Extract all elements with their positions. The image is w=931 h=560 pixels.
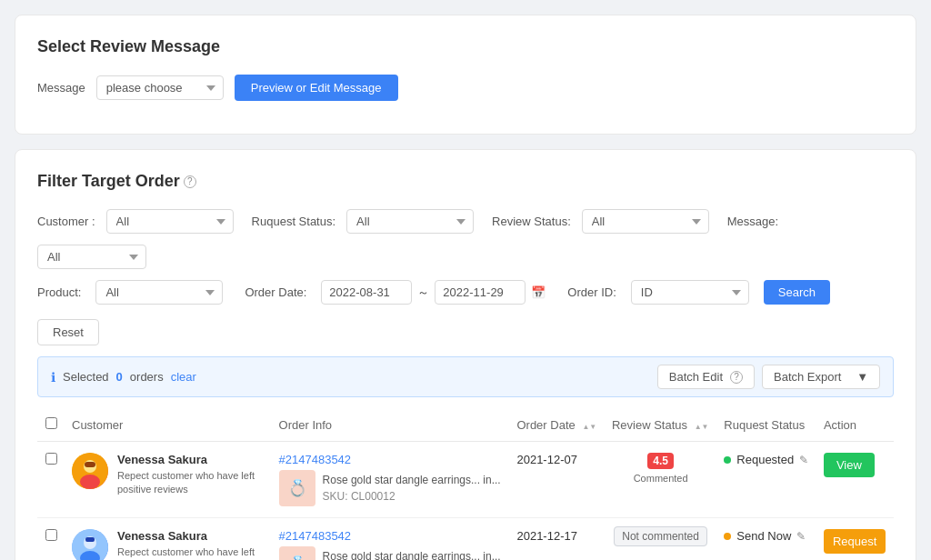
help-icon[interactable]: ? <box>184 175 196 188</box>
order-date-header: Order Date ▲▼ <box>509 408 604 442</box>
review-status-cell: Not commented <box>605 518 716 561</box>
request-status-select[interactable]: All <box>346 209 474 234</box>
order-date-cell: 2021-12-07 <box>509 442 604 518</box>
request-button[interactable]: Request <box>824 529 886 554</box>
select-all-checkbox[interactable] <box>45 417 57 429</box>
filter-row-1: Customer : All Ruquest Status: All Revie… <box>37 209 894 269</box>
order-info: #2147483542 💍 Rose gold star dangle earr… <box>279 453 503 506</box>
product-label: Product: <box>37 285 81 299</box>
product-sku: SKU: CL00012 <box>323 490 501 503</box>
batch-export-dropdown[interactable]: Batch Export ▼ <box>762 365 880 389</box>
request-status-cell: Requested ✎ <box>716 442 816 518</box>
order-date-cell: 2021-12-17 <box>509 518 604 561</box>
customer-info: Venessa Sakura Repect customer who have … <box>72 529 265 560</box>
clear-link[interactable]: clear <box>171 370 196 384</box>
request-status-cell: Send Now ✎ <box>716 518 816 561</box>
table-row: Venessa Sakura Repect customer who have … <box>37 442 894 518</box>
svg-point-2 <box>80 475 100 489</box>
order-date-label: Order Date: <box>245 285 306 299</box>
search-button[interactable]: Search <box>764 280 830 305</box>
avatar <box>72 453 108 489</box>
message-filter-label: Message: <box>727 215 778 228</box>
product-thumbnail: 💍 <box>279 470 315 506</box>
date-separator: ～ <box>417 285 429 301</box>
customer-name: Venessa Sakura <box>117 529 263 543</box>
date-from-input[interactable] <box>321 280 412 305</box>
order-number[interactable]: #2147483542 <box>279 529 503 543</box>
view-button[interactable]: View <box>824 453 875 477</box>
review-status-label: Review Status: <box>492 215 571 228</box>
commented-label: Commented <box>612 473 709 484</box>
customer-label: Customer : <box>37 215 95 228</box>
row-checkbox[interactable] <box>45 453 57 465</box>
orders-text: orders <box>130 370 164 384</box>
row-checkbox[interactable] <box>45 529 57 541</box>
order-number[interactable]: #2147483542 <box>279 453 503 466</box>
date-to-input[interactable] <box>435 280 526 305</box>
request-status: Send Now ✎ <box>724 529 809 543</box>
review-score-badge: 4.5 <box>647 453 674 469</box>
section2-title: Filter Target Order <box>37 172 180 191</box>
select-review-message-card: Select Review Message Message please cho… <box>15 15 916 135</box>
review-status-select[interactable]: All <box>582 209 709 234</box>
action-cell: View <box>816 442 894 518</box>
batch-actions: Batch Edit ? Batch Export ▼ <box>657 365 880 389</box>
request-status-label: Ruquest Status: <box>252 215 336 228</box>
filter-row-2: Product: All Order Date: ～ 📅 Order ID: I… <box>37 280 894 345</box>
selected-bar: ℹ Selected 0 orders clear Batch Edit ? B… <box>37 356 894 397</box>
calendar-icon[interactable]: 📅 <box>531 285 546 299</box>
selected-count: 0 <box>116 370 123 384</box>
request-status: Requested ✎ <box>724 453 809 466</box>
batch-edit-help-icon[interactable]: ? <box>730 371 743 384</box>
not-commented-badge: Not commented <box>614 526 707 546</box>
message-form-row: Message please choose Preview or Edit Me… <box>37 75 894 101</box>
orders-table: Customer Order Info Order Date ▲▼ Review… <box>37 408 894 560</box>
review-status-header: Review Status ▲▼ <box>605 408 716 442</box>
message-select[interactable]: please choose <box>96 75 224 100</box>
action-cell: Request <box>816 518 894 561</box>
customer-cell: Venessa Sakura Repect customer who have … <box>65 442 272 518</box>
svg-rect-3 <box>85 462 95 467</box>
customer-tag: Repect customer who have left negative r… <box>117 545 263 560</box>
info-icon: ℹ <box>51 370 55 385</box>
edit-icon[interactable]: ✎ <box>796 530 806 543</box>
status-dot <box>724 456 731 464</box>
table-row: Venessa Sakura Repect customer who have … <box>37 518 894 561</box>
product-description: Rose gold star dangle earrings... in... <box>323 550 501 560</box>
reset-button[interactable]: Reset <box>37 319 99 345</box>
date-range: ～ 📅 <box>321 280 546 305</box>
product-thumbnail: 💍 <box>279 546 315 560</box>
order-info-cell: #2147483542 💍 Rose gold star dangle earr… <box>272 518 510 561</box>
checkbox-all-header[interactable] <box>37 408 65 442</box>
message-label: Message <box>37 81 85 95</box>
customer-tag: Repect customer who have left positive r… <box>117 469 263 497</box>
order-date-sort-icon[interactable]: ▲▼ <box>582 424 596 431</box>
customer-info: Venessa Sakura Repect customer who have … <box>72 453 265 497</box>
edit-icon[interactable]: ✎ <box>799 454 808 466</box>
svg-rect-7 <box>85 537 95 542</box>
request-status-text: Send Now <box>736 529 791 543</box>
selected-text: Selected <box>63 370 109 384</box>
batch-edit-button[interactable]: Batch Edit ? <box>657 365 755 389</box>
status-dot <box>724 533 731 540</box>
chevron-down-icon: ▼ <box>856 370 868 384</box>
review-status-sort-icon[interactable]: ▲▼ <box>695 424 709 431</box>
order-id-label: Order ID: <box>567 285 616 299</box>
customer-header: Customer <box>65 408 272 442</box>
message-filter-select[interactable]: All <box>37 245 146 269</box>
product-description: Rose gold star dangle earrings... in... <box>323 474 501 486</box>
request-status-header: Ruquest Status <box>716 408 816 442</box>
review-status-cell: 4.5 Commented <box>605 442 716 518</box>
order-id-select[interactable]: ID <box>631 280 749 305</box>
section1-title: Select Review Message <box>37 37 894 56</box>
customer-cell: Venessa Sakura Repect customer who have … <box>65 518 272 561</box>
order-info: #2147483542 💍 Rose gold star dangle earr… <box>279 529 503 560</box>
filter-target-order-card: Filter Target Order ? Customer : All Ruq… <box>15 149 916 560</box>
action-header: Action <box>816 408 894 442</box>
customer-select[interactable]: All <box>106 209 234 234</box>
selected-info: ℹ Selected 0 orders clear <box>51 370 196 385</box>
preview-edit-button[interactable]: Preview or Edit Message <box>235 75 398 101</box>
product-select[interactable]: All <box>95 280 223 305</box>
order-info-header: Order Info <box>272 408 510 442</box>
avatar <box>72 529 108 560</box>
